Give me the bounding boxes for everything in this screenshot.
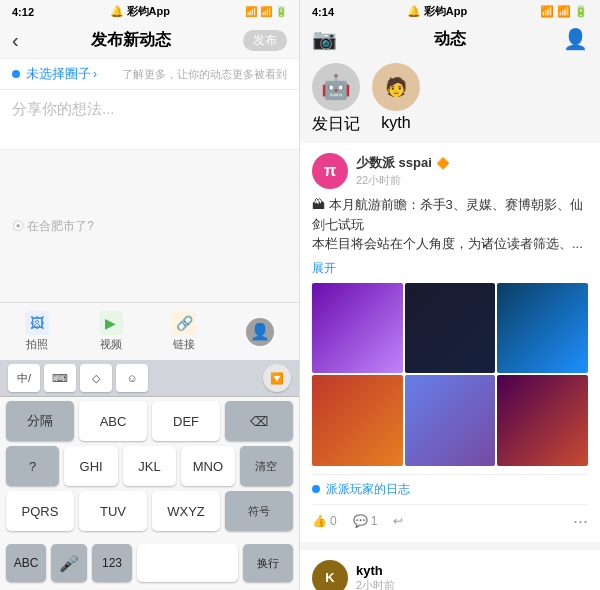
kb-row-2: ? GHI JKL MNO 清空	[6, 446, 293, 486]
key-jkl[interactable]: JKL	[123, 446, 176, 486]
post-image-grid	[312, 283, 588, 466]
code-btn[interactable]: ◇	[80, 364, 112, 392]
post-card-2: K kyth 2小时前 产品经理招到了，求安卓开发。 🎙 kyth: 想来做小宇…	[300, 550, 600, 590]
key-ghi[interactable]: GHI	[64, 446, 117, 486]
link-dot-icon	[312, 485, 320, 493]
key-def[interactable]: DEF	[152, 401, 220, 441]
page-title: 发布新动态	[19, 30, 243, 51]
video-action[interactable]: ▶ 视频	[99, 311, 123, 352]
key-pqrs[interactable]: PQRS	[6, 491, 74, 531]
story-label-kyth: kyth	[381, 114, 410, 132]
keyboard-switch-btn[interactable]: ⌨	[44, 364, 76, 392]
post-name-1: 少数派 sspai	[356, 154, 432, 172]
key-enter[interactable]: 换行	[243, 544, 293, 582]
left-top-bar: ‹ 发布新动态 发布	[0, 23, 299, 58]
who-arrow: ›	[93, 67, 97, 81]
photo-label: 拍照	[26, 337, 48, 352]
video-label: 视频	[100, 337, 122, 352]
keyboard-rows: 分隔 ABC DEF ⌫ ? GHI JKL MNO 清空 PQRS TUV W…	[0, 397, 299, 540]
post-input[interactable]: 分享你的想法...	[0, 90, 299, 150]
location-bar[interactable]: ☉ 在合肥市了?	[0, 150, 299, 302]
post-header-1: π 少数派 sspai 🔶 22小时前	[312, 153, 588, 189]
input-placeholder: 分享你的想法...	[12, 100, 115, 117]
link-label: 链接	[173, 337, 195, 352]
comment-icon: 💬	[353, 514, 368, 528]
photo-icon: 🖼	[25, 311, 49, 335]
story-avatar-user: 🧑	[372, 63, 420, 111]
story-item-diary[interactable]: 🤖 发日记	[312, 63, 360, 135]
post-card-1: π 少数派 sspai 🔶 22小时前 🏔 本月航游前瞻：杀手3、灵媒、赛博朝影…	[300, 143, 600, 542]
share-icon: ↩	[393, 514, 403, 528]
expand-button[interactable]: 展开	[312, 260, 588, 277]
left-time: 4:12	[12, 6, 34, 18]
right-app-label: 🔔 彩钧App	[407, 4, 467, 19]
location-label: ☉ 在合肥市了?	[12, 218, 94, 235]
key-wxyz[interactable]: WXYZ	[152, 491, 220, 531]
image-cell-2	[405, 283, 496, 374]
story-label-diary: 发日记	[312, 114, 360, 135]
key-symbol[interactable]: 符号	[225, 491, 293, 531]
key-backspace[interactable]: ⌫	[225, 401, 293, 441]
post-name-2: kyth	[356, 563, 395, 578]
image-cell-6	[497, 375, 588, 466]
key-abc-switch[interactable]: ABC	[6, 544, 46, 582]
kb-row-1: 分隔 ABC DEF ⌫	[6, 401, 293, 441]
camera-icon[interactable]: 📷	[312, 27, 337, 51]
link-icon: 🔗	[172, 311, 196, 335]
comment-count: 1	[371, 514, 378, 528]
key-space[interactable]	[137, 544, 238, 582]
image-cell-5	[405, 375, 496, 466]
left-status-icons: 📶 📶 🔋	[245, 6, 287, 17]
post-time-1: 22小时前	[356, 173, 450, 188]
key-fen[interactable]: 分隔	[6, 401, 74, 441]
link-text: 派派玩家的日志	[326, 481, 410, 498]
key-abc[interactable]: ABC	[79, 401, 147, 441]
emoji-btn[interactable]: ☺	[116, 364, 148, 392]
profile-icon[interactable]: 👤	[563, 27, 588, 51]
photo-action[interactable]: 🖼 拍照	[25, 311, 49, 352]
key-num[interactable]: 123	[92, 544, 132, 582]
circle-label: 未选择圈子	[26, 65, 91, 83]
video-icon: ▶	[99, 311, 123, 335]
right-time: 4:14	[312, 6, 334, 18]
more-button[interactable]: ···	[573, 511, 588, 532]
post-time-2: 2小时前	[356, 578, 395, 590]
post-meta-1: 少数派 sspai 🔶 22小时前	[356, 154, 450, 188]
image-cell-3	[497, 283, 588, 374]
input-mode-btn[interactable]: 中/	[8, 364, 40, 392]
user-avatar-small: 👤	[246, 318, 274, 346]
who-hint-text: 了解更多，让你的动态更多被看到	[122, 67, 287, 82]
key-tuv[interactable]: TUV	[79, 491, 147, 531]
post-header-2: K kyth 2小时前	[312, 560, 588, 590]
feed-title: 动态	[434, 29, 466, 50]
expand-kb-btn[interactable]: 🔽	[263, 364, 291, 392]
right-status-bar: 4:14 🔔 彩钧App 📶 📶 🔋	[300, 0, 600, 23]
post-actions-1: 👍 0 💬 1 ↩ ···	[312, 504, 588, 532]
like-button[interactable]: 👍 0	[312, 514, 337, 528]
post-meta-2: kyth 2小时前	[356, 563, 395, 590]
key-mno[interactable]: MNO	[181, 446, 234, 486]
right-panel: 4:14 🔔 彩钧App 📶 📶 🔋 📷 动态 👤 🤖 发日记 🧑 kyth π	[300, 0, 600, 590]
like-count: 0	[330, 514, 337, 528]
share-button[interactable]: ↩	[393, 514, 403, 528]
story-item-kyth[interactable]: 🧑 kyth	[372, 63, 420, 135]
key-clear[interactable]: 清空	[240, 446, 293, 486]
media-action-bar: 🖼 拍照 ▶ 视频 🔗 链接 👤	[0, 302, 299, 360]
comment-button[interactable]: 💬 1	[353, 514, 378, 528]
blue-dot-icon	[12, 70, 20, 78]
key-question[interactable]: ?	[6, 446, 59, 486]
right-status-icons: 📶 📶 🔋	[540, 5, 588, 18]
verified-icon-1: 🔶	[436, 157, 450, 170]
back-button[interactable]: ‹	[12, 29, 19, 52]
link-action[interactable]: 🔗 链接	[172, 311, 196, 352]
story-avatar-stormtrooper: 🤖	[312, 63, 360, 111]
post-link-bar[interactable]: 派派玩家的日志	[312, 474, 588, 504]
key-mic[interactable]: 🎤	[51, 544, 87, 582]
who-selector[interactable]: 未选择圈子 › 了解更多，让你的动态更多被看到	[0, 58, 299, 90]
post-avatar-2: K	[312, 560, 348, 590]
post-button[interactable]: 发布	[243, 30, 287, 51]
keyboard-toolbar: 中/ ⌨ ◇ ☺ 🔽	[0, 360, 299, 397]
left-app-label: 🔔 彩钧App	[110, 4, 170, 19]
left-panel: 4:12 🔔 彩钧App 📶 📶 🔋 ‹ 发布新动态 发布 未选择圈子 › 了解…	[0, 0, 300, 590]
post-body-1: 🏔 本月航游前瞻：杀手3、灵媒、赛博朝影、仙剑七试玩 本栏目将会站在个人角度，为…	[312, 195, 588, 254]
